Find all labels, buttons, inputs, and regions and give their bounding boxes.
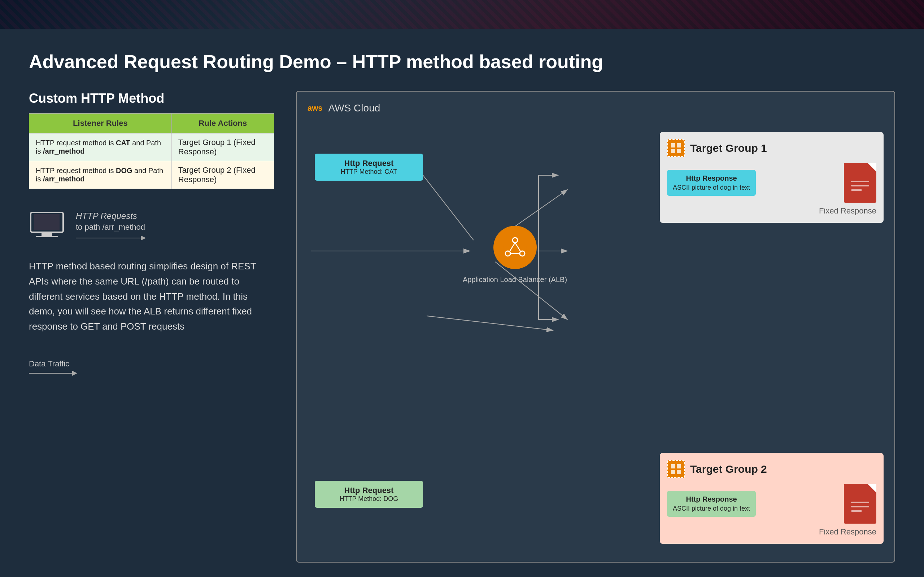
response-label-dog: Http Response	[673, 495, 750, 503]
svg-rect-25	[677, 470, 681, 474]
aws-cloud-diagram: aws AWS Cloud	[296, 91, 895, 562]
response-sublabel-dog: ASCII picture of dog in text	[673, 505, 750, 513]
table-cell-action-1: Target Group 1 (Fixed Response)	[171, 134, 274, 161]
doc-line	[851, 506, 869, 508]
listener-rules-table: Listener Rules Rule Actions HTTP request…	[29, 113, 274, 189]
http-requests-label: HTTP Requests	[76, 211, 146, 221]
data-traffic-arrow	[29, 371, 274, 376]
target-group-2-response: Http Response ASCII picture of dog in te…	[667, 491, 756, 517]
svg-rect-23	[677, 464, 681, 469]
table-row: HTTP request method is CAT and Path is /…	[29, 134, 274, 161]
target-group-1: Target Group 1 Http Response ASCII pictu…	[660, 132, 884, 223]
doc-line	[851, 189, 862, 191]
doc-line	[851, 185, 869, 187]
client-area: HTTP Requests to path /arr_method	[29, 211, 274, 241]
svg-line-7	[426, 316, 553, 330]
doc-lines	[851, 496, 869, 512]
aws-cloud-label: AWS Cloud	[328, 102, 380, 114]
alb-box	[493, 226, 537, 269]
target-group-2-content: Http Response ASCII picture of dog in te…	[667, 484, 876, 524]
target-group-2: Target Group 2 Http Response ASCII pictu…	[660, 453, 884, 544]
slide-content: Advanced Request Routing Demo – HTTP met…	[0, 29, 924, 577]
http-request-cat-box: Http Request HTTP Method: CAT	[315, 154, 423, 181]
slide-title: Advanced Request Routing Demo – HTTP met…	[29, 50, 895, 73]
target-group-2-header: Target Group 2	[667, 460, 876, 478]
path-label: to path /arr_method	[76, 222, 146, 232]
arrow-head	[141, 235, 146, 240]
svg-rect-3	[36, 236, 58, 237]
svg-rect-2	[42, 233, 52, 236]
http-method-dog: HTTP Method: DOG	[322, 495, 416, 503]
target-group-2-icon	[667, 460, 685, 478]
http-request-cat-label: Http Request	[322, 159, 416, 168]
svg-rect-18	[671, 143, 675, 148]
aws-logo-small: aws	[307, 103, 323, 113]
table-cell-action-2: Target Group 2 (Fixed Response)	[171, 161, 274, 189]
main-layout: Custom HTTP Method Listener Rules Rule A…	[29, 91, 895, 562]
response-label-cat: Http Response	[673, 174, 750, 182]
svg-rect-22	[671, 464, 675, 469]
aws-text: aws	[307, 103, 323, 113]
target-group-1-header: Target Group 1	[667, 139, 876, 157]
table-cell-rule-1: HTTP request method is CAT and Path is /…	[29, 134, 172, 161]
arrow-label: HTTP Requests to path /arr_method	[76, 211, 146, 240]
http-response-cat: Http Response ASCII picture of dog in te…	[667, 170, 756, 196]
section-title: Custom HTTP Method	[29, 91, 274, 106]
http-response-dog: Http Response ASCII picture of dog in te…	[667, 491, 756, 517]
data-traffic-legend: Data Traffic	[29, 359, 274, 376]
table-header-rules: Listener Rules	[29, 114, 172, 134]
doc-line	[851, 181, 869, 182]
svg-rect-21	[677, 149, 681, 153]
svg-rect-24	[671, 470, 675, 474]
doc-icon-2	[844, 484, 876, 524]
alb-container: Application Load Balancer (ALB)	[463, 226, 567, 284]
http-request-dog-label: Http Request	[322, 486, 416, 495]
target-group-1-icon	[667, 139, 685, 157]
doc-lines	[851, 175, 869, 191]
target-group-1-content: Http Response ASCII picture of dog in te…	[667, 163, 876, 203]
arrow-line	[76, 235, 146, 240]
aws-cloud-header: aws AWS Cloud	[307, 102, 884, 114]
fixed-response-label-1: Fixed Response	[667, 206, 876, 216]
table-row: HTTP request method is DOG and Path is /…	[29, 161, 274, 189]
diagram-area: Http Request HTTP Method: CAT	[307, 125, 884, 551]
svg-rect-19	[677, 143, 681, 148]
description-text: HTTP method based routing simplifies des…	[29, 259, 267, 334]
target-group-1-title: Target Group 1	[690, 142, 767, 154]
doc-icon-1	[844, 163, 876, 203]
top-decorative-bar	[0, 0, 924, 29]
left-panel: Custom HTTP Method Listener Rules Rule A…	[29, 91, 274, 562]
table-cell-rule-2: HTTP request method is DOG and Path is /…	[29, 161, 172, 189]
computer-icon	[29, 211, 65, 241]
alb-label: Application Load Balancer (ALB)	[463, 276, 567, 284]
traffic-arrow-shaft	[29, 373, 72, 374]
arrow-shaft	[76, 238, 141, 239]
svg-rect-20	[671, 149, 675, 153]
doc-line	[851, 510, 862, 512]
traffic-arrow-head	[72, 371, 77, 376]
table-header-actions: Rule Actions	[171, 114, 274, 134]
custom-http-section: Custom HTTP Method Listener Rules Rule A…	[29, 91, 274, 189]
fixed-response-label-2: Fixed Response	[667, 527, 876, 537]
http-method-cat: HTTP Method: CAT	[322, 168, 416, 176]
data-traffic-label: Data Traffic	[29, 359, 274, 369]
target-group-1-response: Http Response ASCII picture of dog in te…	[667, 170, 756, 196]
response-sublabel-cat: ASCII picture of dog in text	[673, 184, 750, 192]
target-group-2-title: Target Group 2	[690, 463, 767, 475]
svg-rect-1	[34, 214, 60, 230]
doc-line	[851, 501, 869, 503]
http-request-dog-box: Http Request HTTP Method: DOG	[315, 481, 423, 508]
